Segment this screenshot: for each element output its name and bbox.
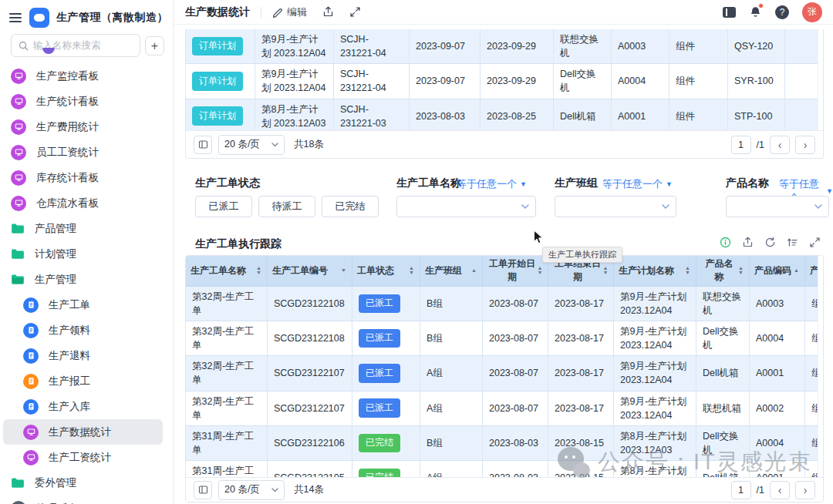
table-row[interactable]: 订单计划 第8月-生产计划 2023.12A03 SCJH-231221-03 …	[186, 99, 823, 134]
filter-button-pending[interactable]: 待派工	[258, 196, 315, 217]
sidebar-header: 生产管理（离散制造）	[0, 6, 173, 29]
table-row[interactable]: 订单计划 第9月-生产计划 2023.12A04 SCJH-231221-04 …	[186, 29, 823, 64]
sidebar-item-label: 生产费用统计	[36, 120, 99, 134]
share-icon[interactable]	[322, 6, 334, 18]
next-page-button[interactable]: ›	[795, 136, 815, 154]
app-logo-icon	[29, 8, 49, 28]
column-settings-icon[interactable]	[194, 136, 212, 154]
team-select[interactable]	[555, 196, 676, 217]
col-header-plan-name[interactable]: 生产计划名称▲▼	[614, 256, 696, 287]
page-size-value: 20 条/页	[224, 138, 260, 151]
table-row[interactable]: 第32周-生产工单 SCGD23122107 已派工 A组 2023-08-07…	[186, 391, 823, 426]
sidebar-item-admin-backend[interactable]: 管理后台	[3, 496, 163, 504]
cell-end-date: 2023-08-17	[548, 391, 614, 426]
cell-product-code: A0001	[612, 99, 669, 134]
prev-page-button[interactable]: ‹	[770, 136, 790, 154]
cell-code: SCGD23122107	[268, 356, 352, 391]
cell-end-date: 2023-09-29	[481, 29, 554, 64]
page-total-label: /1	[757, 139, 764, 150]
col-header-team[interactable]: 生产班组▲	[420, 256, 483, 287]
info-icon[interactable]	[720, 237, 731, 248]
folder-icon	[11, 248, 25, 260]
sidebar-item-label: 生产管理	[35, 273, 76, 287]
cell-product-code: A0003	[612, 29, 669, 64]
sidebar-item-production-cost-stats[interactable]: 生产费用统计	[3, 114, 163, 139]
cell-product-type: 组件	[669, 99, 728, 134]
product-name-select[interactable]	[726, 196, 829, 217]
page-input[interactable]: 1	[731, 481, 751, 499]
menu-icon[interactable]	[9, 13, 22, 22]
chevron-down-icon	[521, 204, 529, 210]
export-icon[interactable]	[742, 237, 754, 248]
scrollbar-gutter[interactable]	[818, 256, 823, 477]
next-page-button[interactable]: ›	[795, 481, 815, 499]
sidebar-item-production-warehousing[interactable]: 生产入库	[3, 394, 163, 419]
fullscreen-icon[interactable]	[349, 6, 361, 18]
table-row[interactable]: 订单计划 第9月-生产计划 2023.12A04 SCJH-231221-04 …	[186, 64, 823, 99]
dashboard-icon	[23, 450, 39, 465]
order-plan-table-panel: 订单计划 第9月-生产计划 2023.12A04 SCJH-231221-04 …	[185, 29, 824, 159]
dashboard-icon	[11, 145, 26, 160]
work-order-name-select[interactable]	[396, 196, 536, 217]
avatar[interactable]: 张	[802, 2, 822, 22]
sidebar-item-production-picking[interactable]: 生产领料	[3, 318, 163, 343]
sidebar-item-outsourcing-management[interactable]: 委外管理	[3, 470, 163, 496]
sidebar-item-product-management[interactable]: 产品管理	[3, 216, 163, 241]
col-header-start-date[interactable]: 工单开始日期▲▼	[483, 256, 548, 287]
tree-sort-icon[interactable]	[787, 237, 798, 248]
sidebar-item-inventory-stats-board[interactable]: 库存统计看板	[3, 165, 163, 190]
prev-page-button[interactable]: ‹	[770, 481, 790, 499]
table-row[interactable]: 第32周-生产工单 SCGD23122107 已派工 A组 2023-08-07…	[186, 356, 823, 391]
cell-start-date: 2023-08-07	[483, 321, 548, 356]
sidebar-item-production-work-order[interactable]: 生产工单	[3, 292, 163, 318]
table-row[interactable]: 第32周-生产工单 SCGD23122108 已派工 B组 2023-08-07…	[186, 287, 823, 321]
page-size-select[interactable]: 20 条/页	[218, 480, 285, 500]
refresh-icon[interactable]	[764, 237, 776, 248]
sidebar-item-plan-management[interactable]: 计划管理	[3, 241, 163, 267]
table-row[interactable]: 第32周-生产工单 SCGD23122108 已派工 B组 2023-08-07…	[186, 321, 823, 356]
sidebar-item-label: 生产统计看板	[36, 95, 99, 109]
filter-button-dispatched[interactable]: 已派工	[195, 196, 252, 217]
bell-icon[interactable]	[749, 5, 762, 18]
sidebar-item-warehouse-flow-board[interactable]: 仓库流水看板	[3, 190, 163, 216]
edit-button[interactable]: 编辑	[272, 5, 307, 19]
fullscreen-icon[interactable]	[809, 237, 821, 248]
col-header-product-name[interactable]: 产品名称▲▼	[696, 256, 750, 287]
status-badge: 已派工	[359, 398, 400, 417]
tracking-table-pagination: 20 条/页 共14条 1 /1 ‹ ›	[186, 477, 823, 502]
team-operator[interactable]: 等于任意一个▼	[602, 177, 673, 191]
sidebar-item-employee-wage-stats[interactable]: 员工工资统计	[3, 139, 163, 165]
filter-button-completed[interactable]: 已完结	[322, 196, 379, 217]
panel-toggle-icon[interactable]	[723, 7, 736, 18]
col-header-product-code[interactable]: 产品编码▲	[750, 256, 805, 287]
work-order-name-operator[interactable]: 等于任意一个▼	[457, 177, 527, 191]
cell-start-date: 2023-09-07	[410, 29, 481, 64]
caret-down-icon: ▼	[826, 187, 833, 195]
scrollbar-gutter[interactable]	[818, 29, 823, 130]
sidebar-item-production-stats-board[interactable]: 生产统计看板	[3, 89, 163, 114]
column-settings-icon[interactable]	[194, 481, 212, 499]
col-header-status[interactable]: 工单状态▲▼	[352, 256, 420, 287]
cell-name: 第31周-生产工单	[186, 426, 268, 461]
sidebar-item-production-monitor-board[interactable]: 生产监控看板	[3, 63, 163, 89]
table-row[interactable]: 第31周-生产工单 SCGD23122106 已完结 B组 2023-08-03…	[186, 426, 823, 461]
page-size-select[interactable]: 20 条/页	[218, 135, 285, 155]
sidebar-item-production-wage-stats[interactable]: 生产工资统计	[3, 445, 163, 470]
order-plan-badge: 订单计划	[192, 106, 243, 125]
sidebar-item-production-reporting[interactable]: 生产报工	[3, 368, 163, 394]
cell-code: SCJH-231221-04	[334, 29, 410, 64]
table-header-row: 生产工单名称▲▼ 生产工单编号▼ 工单状态▲▼ 生产班组▲ 工单开始日期▲▼ 工…	[186, 256, 823, 287]
col-header-work-order-name[interactable]: 生产工单名称▲▼	[186, 256, 268, 287]
tooltip: 生产工单执行跟踪	[542, 247, 622, 263]
page-input[interactable]: 1	[731, 136, 751, 154]
sidebar: 生产管理（离散制造） + 生产监控看板 生产统计看板 生产费用统计 员工工资统计…	[0, 0, 174, 504]
sidebar-item-production-data-stats[interactable]: 生产数据统计	[3, 419, 163, 445]
col-header-work-order-code[interactable]: 生产工单编号▼	[268, 256, 352, 287]
help-icon[interactable]: ?	[775, 5, 789, 19]
cell-product-code: A0003	[750, 287, 805, 321]
cell-code: SCGD23122108	[268, 287, 352, 321]
order-table-pagination: 20 条/页 共18条 1 /1 ‹ ›	[186, 130, 823, 158]
sort-icon: ▲	[793, 268, 800, 273]
sidebar-item-production-return[interactable]: 生产退料	[3, 343, 163, 368]
sidebar-item-production-management[interactable]: 生产管理	[3, 267, 163, 292]
